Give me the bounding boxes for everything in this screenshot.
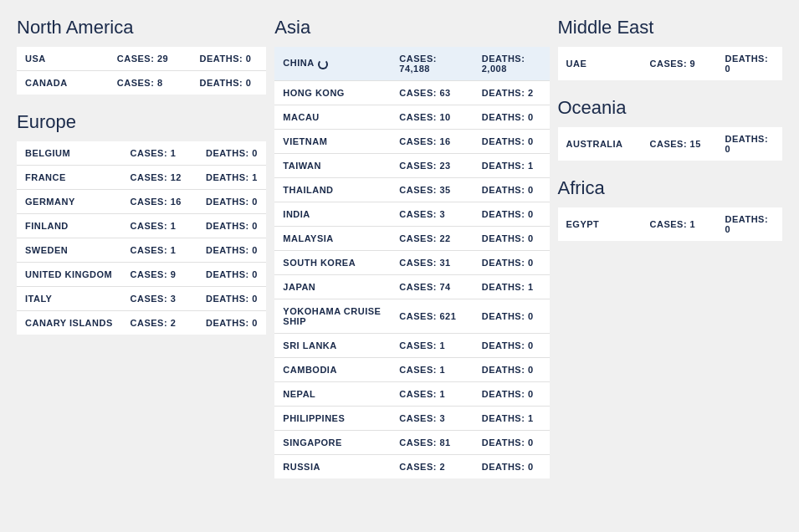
country-deaths: DEATHS: 0	[717, 207, 783, 241]
table-row: ITALYCASES: 3DEATHS: 0	[17, 287, 266, 311]
country-name: FINLAND	[17, 214, 122, 238]
table-row: MALAYSIACASES: 22DEATHS: 0	[274, 227, 549, 251]
table-row: INDIACASES: 3DEATHS: 0	[274, 202, 549, 227]
country-cases: CASES: 22	[391, 227, 473, 251]
country-cases: CASES: 3	[122, 287, 198, 311]
country-cases: CASES: 1	[122, 141, 198, 166]
country-name: AUSTRALIA	[558, 127, 642, 161]
country-deaths: DEATHS: 0	[197, 238, 266, 263]
country-cases: CASES: 74,188	[391, 47, 473, 81]
country-deaths: DEATHS: 0	[197, 287, 266, 311]
country-deaths: DEATHS: 0	[197, 190, 266, 214]
country-deaths: DEATHS: 0	[474, 178, 550, 202]
asia-title: Asia	[274, 17, 549, 38]
country-cases: CASES: 8	[109, 71, 192, 95]
middle-east-table: UAECASES: 9DEATHS: 0	[558, 47, 783, 80]
middle-east-title: Middle East	[558, 17, 783, 38]
table-row: HONG KONGCASES: 63DEATHS: 2	[274, 81, 549, 105]
country-cases: CASES: 35	[391, 178, 473, 202]
table-row: MACAUCASES: 10DEATHS: 0	[274, 105, 549, 130]
table-row: CHINACASES: 74,188DEATHS: 2,008	[274, 47, 549, 81]
country-name: USA	[17, 47, 109, 71]
country-name: YOKOHAMA CRUISE SHIP	[274, 299, 391, 334]
country-name: SWEDEN	[17, 238, 122, 263]
europe-table: BELGIUMCASES: 1DEATHS: 0FRANCECASES: 12D…	[17, 141, 266, 335]
country-deaths: DEATHS: 0	[192, 71, 267, 95]
table-row: THAILANDCASES: 35DEATHS: 0	[274, 178, 549, 202]
country-name: VIETNAM	[274, 130, 391, 154]
country-cases: CASES: 3	[391, 202, 473, 227]
table-row: EGYPTCASES: 1DEATHS: 0	[558, 207, 783, 241]
country-cases: CASES: 15	[642, 127, 717, 161]
country-cases: CASES: 3	[391, 407, 473, 431]
country-name: PHILIPPINES	[274, 407, 391, 431]
country-cases: CASES: 12	[122, 166, 198, 190]
country-deaths: DEATHS: 0	[474, 251, 550, 275]
country-deaths: DEATHS: 0	[717, 47, 783, 80]
country-cases: CASES: 16	[122, 190, 198, 214]
country-cases: CASES: 2	[122, 311, 198, 335]
country-deaths: DEATHS: 0	[474, 130, 550, 154]
country-deaths: DEATHS: 0	[197, 141, 266, 166]
table-row: NEPALCASES: 1DEATHS: 0	[274, 382, 549, 407]
country-cases: CASES: 1	[391, 334, 473, 358]
country-name: SOUTH KOREA	[274, 251, 391, 275]
country-deaths: DEATHS: 1	[197, 166, 266, 190]
country-name: HONG KONG	[274, 81, 391, 105]
country-cases: CASES: 63	[391, 81, 473, 105]
table-row: UAECASES: 9DEATHS: 0	[558, 47, 783, 80]
loading-icon	[318, 59, 328, 69]
table-row: AUSTRALIACASES: 15DEATHS: 0	[558, 127, 783, 161]
country-cases: CASES: 29	[109, 47, 192, 71]
table-row: SOUTH KOREACASES: 31DEATHS: 0	[274, 251, 549, 275]
country-name: BELGIUM	[17, 141, 122, 166]
country-cases: CASES: 1	[122, 238, 198, 263]
table-row: SRI LANKACASES: 1DEATHS: 0	[274, 334, 549, 358]
country-cases: CASES: 1	[391, 358, 473, 382]
africa-title: Africa	[558, 177, 783, 199]
country-name: INDIA	[274, 202, 391, 227]
country-deaths: DEATHS: 0	[474, 455, 550, 479]
left-column: North America USACASES: 29DEATHS: 0CANAD…	[17, 17, 266, 495]
country-name: CHINA	[274, 47, 391, 81]
country-name: MACAU	[274, 105, 391, 130]
country-deaths: DEATHS: 0	[474, 227, 550, 251]
country-deaths: DEATHS: 0	[197, 214, 266, 238]
country-name: UNITED KINGDOM	[17, 263, 122, 287]
country-deaths: DEATHS: 0	[474, 358, 550, 382]
table-row: USACASES: 29DEATHS: 0	[17, 47, 266, 71]
table-row: CANADACASES: 8DEATHS: 0	[17, 71, 266, 95]
table-row: CANARY ISLANDSCASES: 2DEATHS: 0	[17, 311, 266, 335]
country-name: FRANCE	[17, 166, 122, 190]
country-cases: CASES: 81	[391, 431, 473, 455]
country-name: CAMBODIA	[274, 358, 391, 382]
country-name: THAILAND	[274, 178, 391, 202]
country-deaths: DEATHS: 1	[474, 154, 550, 178]
table-row: TAIWANCASES: 23DEATHS: 1	[274, 154, 549, 178]
asia-table: CHINACASES: 74,188DEATHS: 2,008HONG KONG…	[274, 47, 549, 478]
table-row: CAMBODIACASES: 1DEATHS: 0	[274, 358, 549, 382]
country-deaths: DEATHS: 0	[197, 311, 266, 335]
country-deaths: DEATHS: 1	[474, 275, 550, 299]
country-name: GERMANY	[17, 190, 122, 214]
country-cases: CASES: 10	[391, 105, 473, 130]
country-name: CANARY ISLANDS	[17, 311, 122, 335]
country-deaths: DEATHS: 0	[192, 47, 267, 71]
country-deaths: DEATHS: 0	[474, 202, 550, 227]
country-cases: CASES: 9	[122, 263, 198, 287]
country-name: TAIWAN	[274, 154, 391, 178]
country-name: SINGAPORE	[274, 431, 391, 455]
page-layout: North America USACASES: 29DEATHS: 0CANAD…	[17, 17, 782, 495]
country-deaths: DEATHS: 0	[474, 334, 550, 358]
europe-title: Europe	[17, 111, 266, 133]
country-deaths: DEATHS: 0	[474, 382, 550, 407]
country-cases: CASES: 1	[391, 382, 473, 407]
country-deaths: DEATHS: 0	[717, 127, 783, 161]
country-cases: CASES: 2	[391, 455, 473, 479]
country-deaths: DEATHS: 0	[474, 299, 550, 334]
country-name: CANADA	[17, 71, 109, 95]
country-deaths: DEATHS: 0	[474, 431, 550, 455]
north-america-title: North America	[17, 17, 266, 38]
country-name: SRI LANKA	[274, 334, 391, 358]
table-row: JAPANCASES: 74DEATHS: 1	[274, 275, 549, 299]
